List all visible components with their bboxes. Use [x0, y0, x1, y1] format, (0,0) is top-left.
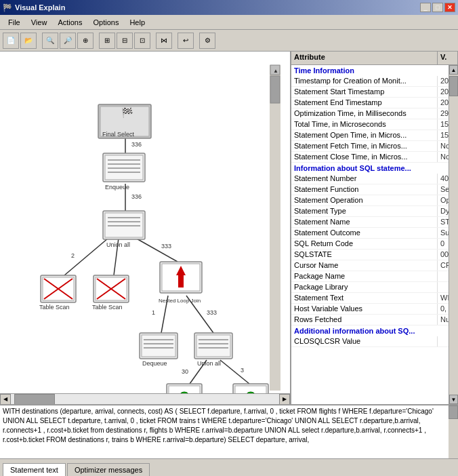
minimize-button[interactable]: _ — [420, 3, 431, 12]
col-header-attribute: Attribute — [291, 52, 438, 64]
diagram-panel[interactable]: 336 336 2 333 1 333 30 3 2 — [0, 52, 291, 404]
svg-text:30: 30 — [182, 368, 188, 375]
menu-bar: File View Actions Options Help — [0, 15, 458, 30]
svg-rect-51 — [142, 335, 175, 357]
toolbar-btn-1[interactable]: 📄 — [3, 33, 19, 49]
svg-text:🏁: 🏁 — [121, 107, 133, 119]
props-row[interactable]: Optimization Time, in Milliseconds29 — [291, 108, 458, 119]
toolbar-btn-6[interactable]: ⊞ — [99, 33, 115, 49]
svg-text:Dequeue: Dequeue — [142, 360, 167, 367]
props-row[interactable]: Package Name — [291, 271, 458, 282]
svg-text:333: 333 — [207, 309, 217, 316]
maximize-button[interactable]: □ — [432, 3, 443, 12]
tab-statement-text[interactable]: Statement text — [3, 463, 66, 476]
menu-options[interactable]: Options — [87, 17, 124, 28]
svg-rect-24 — [105, 155, 143, 180]
props-vscroll[interactable]: ▲ ▼ — [449, 65, 458, 404]
vscroll-down[interactable]: ▼ — [449, 395, 458, 404]
toolbar-btn-10[interactable]: ↩ — [178, 33, 194, 49]
props-row[interactable]: Statement OutcomeSu — [291, 228, 458, 239]
props-header: Attribute V. — [291, 52, 458, 65]
main-area: 336 336 2 333 1 333 30 3 2 — [0, 52, 458, 404]
menu-file[interactable]: File — [3, 17, 26, 28]
vscroll-thumb[interactable] — [449, 76, 458, 96]
svg-text:Table Scan: Table Scan — [39, 304, 70, 311]
hscroll-right[interactable]: ▶ — [279, 394, 290, 405]
props-row[interactable]: Statement Number40 — [291, 174, 458, 184]
menu-actions[interactable]: Actions — [52, 17, 87, 28]
app-icon: 🏁 — [3, 3, 12, 12]
toolbar-btn-11[interactable]: ⚙ — [199, 33, 215, 49]
props-row[interactable]: SQLSTATE00 — [291, 250, 458, 260]
sql-vscroll-thumb[interactable] — [449, 405, 458, 419]
props-row[interactable]: Timestamp for Creation of Monit...20 — [291, 76, 458, 87]
diagram-hscroll[interactable]: ◀ ▶ — [0, 393, 290, 404]
toolbar-btn-2[interactable]: 📂 — [20, 33, 37, 49]
props-row[interactable]: Statement Start Timestamp20 — [291, 87, 458, 98]
svg-text:1: 1 — [152, 309, 155, 316]
props-row[interactable]: SQL Return Code0 — [291, 239, 458, 250]
props-row[interactable]: CLOSQLCSR Value — [291, 336, 458, 347]
props-row[interactable]: Rows FetchedNu — [291, 315, 458, 325]
svg-text:336: 336 — [131, 193, 142, 200]
sql-vscroll[interactable] — [449, 405, 458, 458]
section-title-time: Time Information — [291, 65, 458, 76]
section-title-additional: Additional information about SQ... — [291, 325, 458, 336]
svg-rect-75 — [270, 76, 280, 103]
props-panel: Attribute V. Time Information Timestamp … — [291, 52, 458, 404]
svg-rect-72 — [270, 65, 280, 391]
tab-optimizer-messages[interactable]: Optimizer messages — [67, 463, 150, 476]
sql-content: WITH destinations (departure, arrival, c… — [3, 408, 434, 443]
props-row[interactable]: Statement TypeDy — [291, 206, 458, 217]
tab-bar: Statement text Optimizer messages — [0, 458, 458, 476]
props-row[interactable]: Statement End Timestamp20 — [291, 98, 458, 108]
props-body: Time Information Timestamp for Creation … — [291, 65, 458, 347]
title-bar: 🏁 Visual Explain _ □ ✕ — [0, 0, 458, 15]
props-row[interactable]: Statement Fetch Time, in Micros...No — [291, 141, 458, 152]
props-row[interactable]: Package Library — [291, 282, 458, 293]
close-button[interactable]: ✕ — [444, 3, 455, 12]
svg-text:Final Select: Final Select — [102, 131, 135, 138]
svg-text:Nested Loop Join: Nested Loop Join — [159, 298, 201, 304]
svg-text:Enqueue: Enqueue — [105, 184, 129, 191]
svg-text:Union all: Union all — [197, 360, 221, 367]
toolbar: 📄 📂 🔍 🔎 ⊕ ⊞ ⊟ ⊡ ⋈ ↩ ⚙ — [0, 30, 458, 52]
svg-text:▲: ▲ — [273, 68, 278, 74]
toolbar-btn-5[interactable]: ⊕ — [77, 33, 93, 49]
svg-line-7 — [136, 238, 178, 262]
props-row[interactable]: Statement TextWI — [291, 293, 458, 304]
hscroll-left[interactable]: ◀ — [0, 394, 11, 405]
col-header-value: V. — [438, 52, 458, 64]
toolbar-btn-9[interactable]: ⋈ — [156, 33, 172, 49]
menu-view[interactable]: View — [26, 17, 53, 28]
toolbar-btn-8[interactable]: ⊡ — [134, 33, 150, 49]
diagram-svg: 336 336 2 333 1 333 30 3 2 — [0, 52, 280, 404]
sql-text-area: WITH destinations (departure, arrival, c… — [0, 404, 458, 458]
props-row[interactable]: Cursor NameCR — [291, 260, 458, 271]
window-controls: _ □ ✕ — [420, 3, 455, 12]
svg-rect-31 — [105, 213, 143, 237]
toolbar-btn-4[interactable]: 🔎 — [60, 33, 76, 49]
toolbar-btn-7[interactable]: ⊟ — [117, 33, 133, 49]
toolbar-btn-3[interactable]: 🔍 — [42, 33, 58, 49]
svg-text:Union all: Union all — [106, 241, 130, 248]
props-row[interactable]: Statement FunctionSe — [291, 184, 458, 195]
svg-text:Table Scan: Table Scan — [92, 304, 123, 311]
props-row[interactable]: Total Time, in Microseconds15 — [291, 119, 458, 130]
props-row[interactable]: Statement OperationOp — [291, 195, 458, 206]
menu-help[interactable]: Help — [124, 17, 150, 28]
props-row[interactable]: Statement Close Time, in Micros...No — [291, 152, 458, 163]
svg-text:336: 336 — [131, 141, 142, 148]
props-row[interactable]: Statement NameST — [291, 217, 458, 228]
svg-text:2: 2 — [71, 252, 75, 259]
window-title: Visual Explain — [15, 3, 65, 12]
svg-text:333: 333 — [161, 243, 171, 250]
svg-line-15 — [220, 360, 249, 384]
props-row[interactable]: Host Variable Values0, — [291, 304, 458, 315]
section-title-sql: Information about SQL stateme... — [291, 163, 458, 174]
svg-rect-57 — [196, 335, 230, 357]
vscroll-up[interactable]: ▲ — [449, 65, 458, 75]
svg-text:3: 3 — [241, 367, 244, 374]
props-row[interactable]: Statement Open Time, in Micros...15 — [291, 130, 458, 141]
